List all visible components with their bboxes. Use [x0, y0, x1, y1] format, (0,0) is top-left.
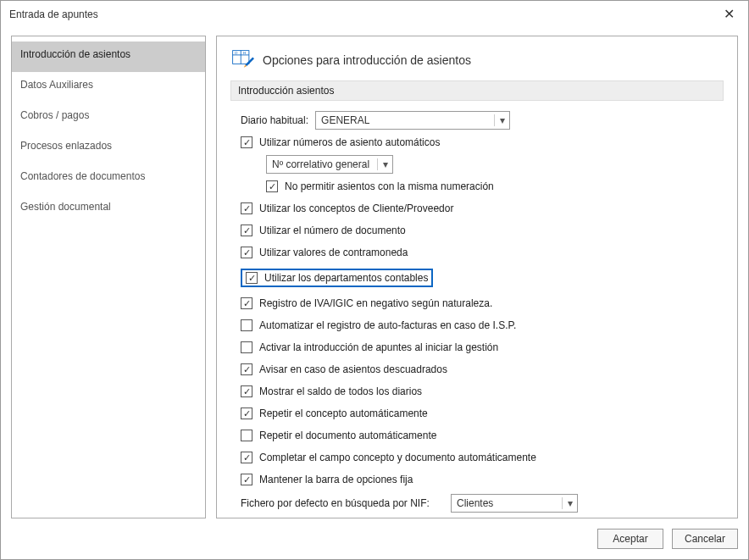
window-title: Entrada de apuntes [9, 8, 98, 20]
check-row-avisar_desc: Avisar en caso de asientos descuadrados [241, 360, 720, 379]
sidebar-item-4[interactable]: Contadores de documentos [12, 164, 205, 194]
checkbox-autofacturas[interactable] [241, 319, 252, 331]
checkbox-iva_igic[interactable] [241, 297, 252, 309]
checkbox-label-no_permitir: No permitir asientos con la misma numera… [285, 180, 494, 192]
chevron-down-icon: ▾ [494, 114, 509, 126]
cancel-label: Cancelar [685, 533, 725, 545]
fichero-select[interactable]: Clientes ▾ [451, 494, 578, 513]
checkbox-num_doc[interactable] [241, 225, 252, 236]
correlativo-select[interactable]: Nº correlativo general ▾ [266, 155, 393, 174]
checkbox-auto_num[interactable] [241, 136, 252, 148]
main-header: D H Opciones para introducción de asient… [230, 48, 724, 72]
entry-options-icon: D H [230, 48, 254, 72]
checkbox-contramoneda[interactable] [241, 247, 252, 258]
checkbox-label-mostrar_saldo: Mostrar el saldo de todos los diarios [259, 385, 422, 397]
close-icon[interactable]: ✕ [718, 6, 740, 22]
fichero-label: Fichero por defecto en búsqueda por NIF: [241, 497, 444, 509]
checkbox-completar_campo[interactable] [241, 452, 252, 463]
check-row-conceptos_cli: Utilizar los conceptos de Cliente/Provee… [241, 199, 720, 218]
dialog-window: Entrada de apuntes ✕ Introducción de asi… [0, 0, 749, 560]
checkbox-label-num_doc: Utilizar el número de documento [259, 225, 406, 236]
form-area: Diario habitual: GENERAL ▾ Utilizar núme… [230, 111, 724, 518]
diario-value: GENERAL [316, 114, 494, 126]
accept-label: Aceptar [613, 533, 647, 545]
correlativo-value: Nº correlativo general [267, 158, 377, 170]
checkbox-label-autofacturas: Automatizar el registro de auto-facturas… [259, 319, 516, 331]
check-row-repetir_doc: Repetir el documento automáticamente [241, 426, 720, 445]
sidebar-item-3[interactable]: Procesos enlazados [12, 133, 205, 164]
checkbox-no_permitir[interactable] [266, 180, 278, 192]
checkbox-label-mantener_barra: Mantener la barra de opciones fija [259, 474, 413, 485]
sidebar-item-2[interactable]: Cobros / pagos [12, 103, 205, 133]
check-row-auto_num: Utilizar números de asiento automáticos [241, 133, 720, 152]
checkbox-deptos[interactable] [246, 272, 258, 284]
checkbox-label-auto_num: Utilizar números de asiento automáticos [259, 136, 440, 148]
checkbox-activar_intro[interactable] [241, 341, 252, 353]
titlebar: Entrada de apuntes ✕ [1, 1, 748, 25]
checkbox-label-completar_campo: Completar el campo concepto y documento … [259, 452, 536, 463]
checkbox-conceptos_cli[interactable] [241, 202, 252, 214]
checkbox-label-iva_igic: Registro de IVA/IGIC en negativo según n… [259, 297, 492, 309]
footer: Aceptar Cancelar [1, 518, 748, 559]
checkbox-mostrar_saldo[interactable] [241, 385, 252, 397]
checkbox-label-repetir_doc: Repetir el documento automáticamente [259, 430, 436, 441]
checkbox-label-conceptos_cli: Utilizar los conceptos de Cliente/Provee… [259, 202, 453, 214]
sidebar-item-0[interactable]: Introducción de asientos [12, 42, 205, 72]
checkbox-label-repetir_concepto: Repetir el concepto automáticamente [259, 408, 428, 419]
fichero-value: Clientes [452, 497, 562, 509]
checkbox-repetir_concepto[interactable] [241, 408, 252, 419]
accept-button[interactable]: Aceptar [597, 529, 663, 549]
chevron-down-icon: ▾ [377, 158, 392, 170]
main-panel: D H Opciones para introducción de asient… [216, 36, 738, 518]
check-row-repetir_concepto: Repetir el concepto automáticamente [241, 404, 720, 423]
check-row-completar_campo: Completar el campo concepto y documento … [241, 448, 720, 467]
checkbox-repetir_doc[interactable] [241, 430, 252, 441]
sidebar-item-5[interactable]: Gestión documental [12, 194, 205, 225]
check-row-mantener_barra: Mantener la barra de opciones fija [241, 470, 720, 489]
check-row-mostrar_saldo: Mostrar el saldo de todos los diarios [241, 382, 720, 401]
fichero-row: Fichero por defecto en búsqueda por NIF:… [241, 494, 720, 513]
checkbox-label-contramoneda: Utilizar valores de contramoneda [259, 247, 408, 258]
check-row-deptos: Utilizar los departamentos contables [241, 269, 433, 287]
diario-row: Diario habitual: GENERAL ▾ [241, 111, 720, 130]
svg-text:H: H [243, 51, 246, 55]
checkbox-mantener_barra[interactable] [241, 474, 252, 485]
sidebar: Introducción de asientosDatos Auxiliares… [11, 36, 206, 518]
checkbox-label-deptos: Utilizar los departamentos contables [264, 272, 428, 284]
checkbox-avisar_desc[interactable] [241, 363, 252, 375]
check-row-contramoneda: Utilizar valores de contramoneda [241, 243, 720, 262]
section-header: Introducción asientos [230, 80, 724, 101]
checkbox-label-avisar_desc: Avisar en caso de asientos descuadrados [259, 363, 447, 375]
checkbox-label-activar_intro: Activar la introducción de apuntes al in… [259, 341, 498, 353]
check-row-num_doc: Utilizar el número de documento [241, 221, 720, 240]
correlativo-row: Nº correlativo general ▾ [241, 155, 720, 174]
check-row-autofacturas: Automatizar el registro de auto-facturas… [241, 316, 720, 335]
page-title: Opciones para introducción de asientos [263, 53, 471, 67]
check-row-activar_intro: Activar la introducción de apuntes al in… [241, 338, 720, 357]
diario-label: Diario habitual: [241, 114, 308, 126]
cancel-button[interactable]: Cancelar [672, 529, 738, 549]
svg-text:D: D [235, 51, 237, 55]
dialog-body: Introducción de asientosDatos Auxiliares… [1, 25, 748, 518]
chevron-down-icon: ▾ [562, 497, 577, 509]
diario-select[interactable]: GENERAL ▾ [315, 111, 510, 130]
check-row-no_permitir: No permitir asientos con la misma numera… [241, 177, 720, 196]
check-row-iva_igic: Registro de IVA/IGIC en negativo según n… [241, 294, 720, 313]
sidebar-item-1[interactable]: Datos Auxiliares [12, 72, 205, 103]
